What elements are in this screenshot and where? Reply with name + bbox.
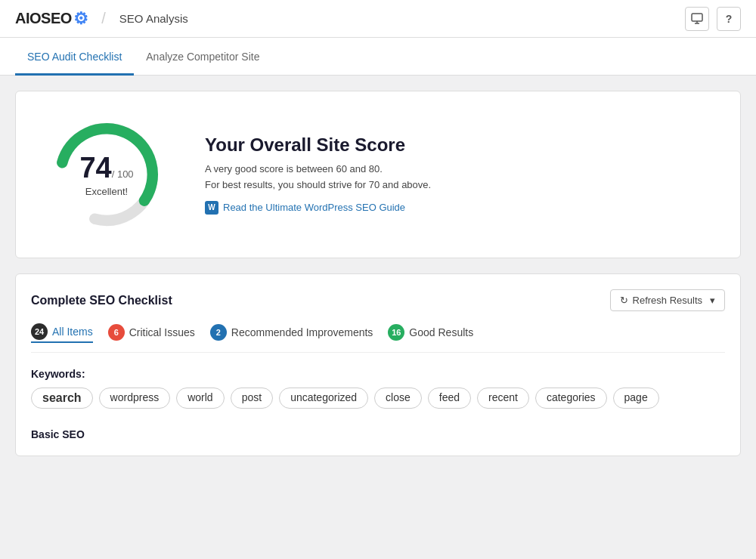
all-items-label: All Items: [52, 326, 93, 338]
good-results-label: Good Results: [409, 326, 473, 338]
gauge-center: 74/ 100 Excellent!: [79, 152, 133, 197]
score-card: 74/ 100 Excellent! Your Overall Site Sco…: [15, 91, 741, 258]
critical-issues-badge: 6: [108, 324, 125, 341]
keywords-section: Keywords: searchwordpressworldpostuncate…: [31, 368, 725, 409]
score-desc-line1: A very good score is between 60 and 80.: [205, 162, 431, 178]
tab-analyze-competitor-site[interactable]: Analyze Competitor Site: [134, 42, 271, 76]
recommended-improvements-label: Recommended Improvements: [231, 326, 373, 338]
header-divider: /: [101, 10, 106, 27]
checklist-title: Complete SEO Checklist: [31, 294, 172, 307]
filter-tab-recommended-improvements[interactable]: 2 Recommended Improvements: [210, 324, 373, 342]
gauge-label: Excellent!: [79, 186, 133, 197]
keyword-tag[interactable]: recent: [477, 388, 529, 409]
header-title: SEO Analysis: [119, 12, 188, 25]
svg-rect-0: [692, 14, 702, 21]
checklist-header: Complete SEO Checklist ↻ Refresh Results…: [31, 289, 725, 311]
logo-text: AIOSEO: [15, 10, 72, 27]
filter-tab-critical-issues[interactable]: 6 Critical Issues: [108, 324, 195, 342]
header-icons: ?: [685, 7, 741, 31]
logo-gear-icon: ⚙: [73, 9, 88, 29]
help-icon: ?: [726, 13, 733, 25]
gauge-score: 74/ 100: [79, 152, 133, 184]
refresh-icon: ↻: [620, 295, 628, 306]
refresh-label: Refresh Results: [633, 295, 702, 306]
score-info: Your Overall Site Score A very good scor…: [205, 134, 431, 215]
keyword-tag[interactable]: page: [613, 388, 659, 409]
checklist-section: Complete SEO Checklist ↻ Refresh Results…: [15, 273, 741, 456]
monitor-button[interactable]: [685, 7, 709, 31]
keyword-tag[interactable]: categories: [535, 388, 607, 409]
keyword-tag[interactable]: search: [31, 388, 93, 409]
header: AIOSEO⚙ / SEO Analysis ?: [0, 0, 756, 38]
all-items-badge: 24: [31, 323, 48, 340]
monitor-icon: [691, 13, 703, 25]
refresh-results-button[interactable]: ↻ Refresh Results ▾: [610, 289, 725, 311]
filter-tabs: 24 All Items 6 Critical Issues 2 Recomme…: [31, 323, 725, 353]
keyword-tag[interactable]: world: [176, 388, 224, 409]
keyword-tag[interactable]: close: [374, 388, 422, 409]
chevron-down-icon: ▾: [710, 295, 715, 306]
guide-link-icon: W: [205, 201, 218, 215]
guide-link-text: Read the Ultimate WordPress SEO Guide: [223, 202, 405, 213]
good-results-badge: 16: [388, 324, 404, 341]
keyword-tag[interactable]: feed: [428, 388, 471, 409]
score-gauge: 74/ 100 Excellent!: [46, 114, 167, 235]
keyword-tag[interactable]: post: [231, 388, 273, 409]
score-heading: Your Overall Site Score: [205, 134, 431, 156]
filter-tab-good-results[interactable]: 16 Good Results: [388, 324, 473, 342]
recommended-improvements-badge: 2: [210, 324, 227, 341]
keyword-tag[interactable]: uncategorized: [279, 388, 368, 409]
critical-issues-label: Critical Issues: [129, 326, 195, 338]
checklist-actions: ↻ Refresh Results ▾: [610, 289, 725, 311]
tabs-bar: SEO Audit Checklist Analyze Competitor S…: [0, 38, 756, 76]
keyword-tag[interactable]: wordpress: [99, 388, 171, 409]
score-desc-line2: For best results, you should strive for …: [205, 178, 431, 193]
logo: AIOSEO⚙: [15, 9, 88, 29]
header-left: AIOSEO⚙ / SEO Analysis: [15, 9, 188, 29]
tab-seo-audit-checklist[interactable]: SEO Audit Checklist: [15, 42, 134, 76]
filter-tab-all-items[interactable]: 24 All Items: [31, 323, 93, 343]
help-button[interactable]: ?: [717, 7, 741, 31]
keywords-label: Keywords:: [31, 368, 725, 380]
keywords-list: searchwordpressworldpostuncategorizedclo…: [31, 388, 725, 409]
guide-link[interactable]: W Read the Ultimate WordPress SEO Guide: [205, 201, 431, 215]
main-content: 74/ 100 Excellent! Your Overall Site Sco…: [0, 76, 756, 559]
basic-seo-heading: Basic SEO: [31, 421, 725, 440]
